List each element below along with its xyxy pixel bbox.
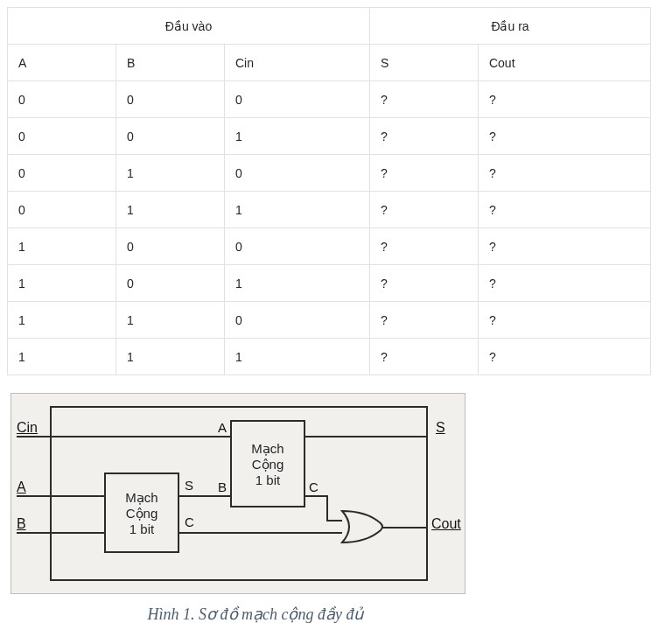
half-adder-2: Mạch Cộng 1 bit <box>230 420 305 508</box>
block1-line2: Cộng <box>126 506 158 522</box>
cell-cin: 1 <box>224 265 369 302</box>
cell-a: 0 <box>8 192 116 228</box>
wire-ha2c-v <box>326 495 328 522</box>
cell-cin: 0 <box>224 302 369 339</box>
cell-s: ? <box>370 228 479 265</box>
cell-b: 1 <box>116 302 224 339</box>
cell-b: 1 <box>116 192 224 228</box>
cell-s: ? <box>370 81 479 118</box>
cell-b: 1 <box>116 155 224 192</box>
cell-b: 0 <box>116 81 224 118</box>
ext-label-s: S <box>436 420 445 436</box>
pin-ha2-c: C <box>309 480 318 494</box>
wire-cin-to-s <box>17 436 428 438</box>
cell-b: 0 <box>116 265 224 302</box>
cell-b: 0 <box>116 118 224 155</box>
full-adder-diagram: Cin A B S Cout Mạch Cộng 1 bit S C Mạch … <box>10 393 466 594</box>
cell-b: 0 <box>116 228 224 265</box>
cell-s: ? <box>370 339 479 375</box>
cell-cout: ? <box>478 339 650 375</box>
block2-line1: Mạch <box>251 441 284 457</box>
cell-a: 1 <box>8 265 116 302</box>
ext-label-b: B <box>17 516 26 532</box>
cell-s: ? <box>370 265 479 302</box>
wire-a-in <box>17 495 104 497</box>
truth-table: Đầu vào Đầu ra A B Cin S Cout 0 0 0 ? ? … <box>7 7 651 375</box>
wire-ha1s-ha2b <box>179 495 230 497</box>
table-row: 0 1 0 ? ? <box>8 155 651 192</box>
pin-ha1-c: C <box>185 514 194 529</box>
wire-ha1c-or <box>179 532 342 534</box>
half-adder-1: Mạch Cộng 1 bit <box>104 472 179 553</box>
cell-cout: ? <box>478 302 650 339</box>
ext-label-cin: Cin <box>17 420 38 436</box>
col-header-b: B <box>116 45 224 81</box>
cell-a: 0 <box>8 118 116 155</box>
block2-line3: 1 bit <box>256 472 280 487</box>
group-header-inputs: Đầu vào <box>8 8 370 45</box>
cell-s: ? <box>370 118 479 155</box>
block1-line1: Mạch <box>125 490 158 506</box>
table-row: 1 1 1 ? ? <box>8 339 651 375</box>
col-header-cout: Cout <box>478 45 650 81</box>
cell-a: 1 <box>8 339 116 375</box>
cell-cout: ? <box>478 155 650 192</box>
diagram-caption: Hình 1. Sơ đồ mạch cộng đầy đủ <box>10 605 500 624</box>
cell-s: ? <box>370 192 479 228</box>
table-row: 0 0 1 ? ? <box>8 118 651 155</box>
wire-cout <box>382 527 428 528</box>
cell-cout: ? <box>478 265 650 302</box>
cell-s: ? <box>370 155 479 192</box>
pin-ha1-s: S <box>185 478 193 493</box>
cell-s: ? <box>370 302 479 339</box>
block1-line3: 1 bit <box>130 522 154 536</box>
cell-cout: ? <box>478 81 650 118</box>
wire-b-in <box>17 532 104 534</box>
cell-cout: ? <box>478 118 650 155</box>
cell-cin: 0 <box>224 228 369 265</box>
cell-a: 1 <box>8 302 116 339</box>
pin-ha2-b: B <box>218 480 227 494</box>
table-row: 1 1 0 ? ? <box>8 302 651 339</box>
table-row: 0 1 1 ? ? <box>8 192 651 228</box>
cell-a: 0 <box>8 81 116 118</box>
col-header-cin: Cin <box>224 45 369 81</box>
cell-cin: 1 <box>224 339 369 375</box>
cell-b: 1 <box>116 339 224 375</box>
table-row: 1 0 1 ? ? <box>8 265 651 302</box>
cell-a: 1 <box>8 228 116 265</box>
wire-ha2c-h <box>305 495 328 497</box>
ext-label-cout: Cout <box>431 516 461 532</box>
col-header-s: S <box>370 45 479 81</box>
cell-cin: 0 <box>224 81 369 118</box>
col-header-a: A <box>8 45 116 81</box>
ext-label-a: A <box>17 480 26 495</box>
group-header-outputs: Đầu ra <box>370 8 651 45</box>
cell-cout: ? <box>478 192 650 228</box>
cell-cout: ? <box>478 228 650 265</box>
cell-cin: 1 <box>224 192 369 228</box>
cell-a: 0 <box>8 155 116 192</box>
pin-ha2-a: A <box>218 420 227 435</box>
table-row: 1 0 0 ? ? <box>8 228 651 265</box>
table-row: 0 0 0 ? ? <box>8 81 651 118</box>
cell-cin: 1 <box>224 118 369 155</box>
cell-cin: 0 <box>224 155 369 192</box>
block2-line2: Cộng <box>252 457 284 472</box>
